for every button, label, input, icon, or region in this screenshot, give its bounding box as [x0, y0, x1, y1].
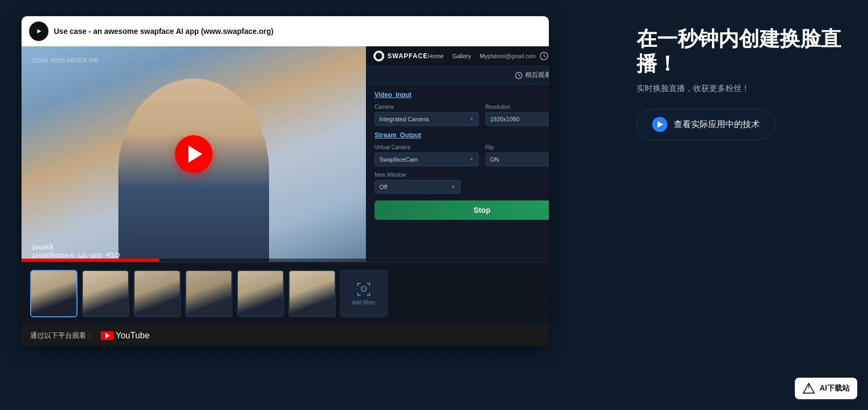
flip-label: Flip	[485, 144, 549, 150]
resolution-value: 1920x1080	[490, 116, 519, 122]
face-image-6	[290, 271, 335, 316]
progress-bar-container[interactable]	[22, 259, 366, 262]
camera-chevron: ▼	[469, 116, 474, 122]
app-actions: pfatorei@gmail.com	[488, 52, 549, 60]
face-scan-icon	[356, 282, 371, 297]
flip-value: ON	[490, 156, 499, 163]
watch-later-btn[interactable]: 稍后观看	[515, 71, 549, 80]
nav-gallery[interactable]: Gallery	[453, 53, 471, 59]
brand-name: SWAPFACE	[387, 52, 428, 60]
right-panel: 在一秒钟内创建换脸直播！ 实时换脸直播，收获更多粉丝！ 查看实际应用中的技术	[637, 27, 846, 140]
watch-later-label: 稍后观看	[525, 71, 549, 80]
badge-text: AI下载站	[820, 384, 850, 393]
virtual-camera-label: Virtual Camera	[375, 144, 479, 150]
virtual-camera-group: Virtual Camera SwapfaceCam ▼	[375, 144, 479, 166]
watch-on-label: 通过以下平台观看：	[30, 331, 93, 340]
video-watermark-2: OZP∩lnʇ∩ɹʇɹ∩ʌwoo/ʎlsueʇ	[32, 251, 120, 259]
main-subheadline: 实时换脸直播，收获更多粉丝！	[637, 84, 846, 94]
add-more-label: Add More	[352, 300, 375, 305]
svg-rect-16	[369, 283, 370, 286]
camera-group: Camera Integrated Camera ▼	[375, 104, 479, 126]
face-thumb-5[interactable]	[237, 270, 284, 317]
stop-button[interactable]: Stop	[375, 200, 549, 220]
svg-point-23	[365, 288, 366, 289]
new-window-label: New Window	[375, 172, 461, 178]
app-sharebar: 稍后观看 分享	[366, 66, 549, 85]
svg-point-1	[376, 53, 382, 59]
video-preview: COOL KIDS NEVER DIE ʎlsueʇ OZP∩lnʇ∩ɹʇɹ∩ʌ…	[22, 46, 366, 262]
progress-bar-fill	[22, 259, 159, 262]
svg-rect-20	[369, 293, 370, 296]
controls-content: Video_Input Camera Integrated Camera ▼ R…	[366, 85, 549, 262]
virtual-camera-value: SwapfaceCam	[379, 156, 418, 163]
flip-select[interactable]: ON ▼	[485, 152, 549, 166]
faces-row: Add More	[22, 262, 549, 325]
new-window-value: Off	[379, 184, 387, 190]
svg-line-12	[519, 75, 520, 77]
resolution-select[interactable]: 1920x1080 ▼	[485, 112, 549, 126]
video-watermark-1: ʎlsueʇ	[32, 243, 53, 251]
cta-play-icon	[652, 117, 667, 132]
youtube-header: Use case - an awesome swapface AI app (w…	[22, 16, 549, 46]
svg-line-4	[544, 56, 546, 57]
camera-select[interactable]: Integrated Camera ▼	[375, 112, 479, 126]
app-brand: SWAPFACE	[373, 51, 428, 61]
stream-output-title: Stream_Output	[375, 131, 549, 139]
face-thumb-4[interactable]	[185, 270, 232, 317]
bottom-badge: AI下载站	[795, 378, 857, 399]
camera-value: Integrated Camera	[379, 116, 429, 122]
new-window-chevron: ▼	[451, 184, 456, 190]
clock-icon	[540, 52, 548, 60]
flip-group: Flip ON ▼	[485, 144, 549, 166]
face-thumb-1[interactable]	[30, 270, 77, 317]
youtube-badge-text: YouTube	[116, 331, 150, 340]
youtube-badge[interactable]: YouTube	[101, 331, 150, 340]
new-window-group: New Window Off ▼	[375, 172, 461, 194]
background-text: COOL KIDS NEVER DIE	[32, 57, 98, 64]
resolution-label: Resolution	[485, 104, 549, 110]
play-button[interactable]	[175, 135, 213, 173]
add-more-button[interactable]: Add More	[340, 270, 387, 317]
svg-rect-14	[357, 283, 358, 286]
app-controls-panel: SWAPFACE Home Gallery My pfatorei@gmail.…	[366, 46, 549, 262]
new-window-row: New Window Off ▼	[375, 172, 549, 194]
svg-rect-18	[357, 293, 358, 296]
stream-output-row: Virtual Camera SwapfaceCam ▼ Flip ON ▼	[375, 144, 549, 166]
user-email: pfatorei@gmail.com	[488, 53, 535, 59]
app-topbar: SWAPFACE Home Gallery My pfatorei@gmail.…	[366, 46, 549, 66]
cta-button[interactable]: 查看实际应用中的技术	[637, 109, 775, 140]
nav-my[interactable]: My	[480, 53, 488, 59]
nav-home[interactable]: Home	[428, 53, 443, 59]
youtube-card: Use case - an awesome swapface AI app (w…	[22, 16, 549, 346]
video-container: COOL KIDS NEVER DIE ʎlsueʇ OZP∩lnʇ∩ɹʇɹ∩ʌ…	[22, 46, 549, 262]
video-input-row: Camera Integrated Camera ▼ Resolution 19…	[375, 104, 549, 126]
resolution-group: Resolution 1920x1080 ▼	[485, 104, 549, 126]
swapface-icon	[373, 51, 384, 61]
svg-point-22	[362, 288, 363, 289]
badge-triangle-icon	[802, 382, 815, 395]
left-panel: Use case - an awesome swapface AI app (w…	[22, 16, 549, 346]
video-bottombar: 通过以下平台观看： YouTube	[22, 325, 549, 346]
face-thumb-3[interactable]	[133, 270, 181, 317]
youtube-icon	[29, 22, 48, 41]
main-headline: 在一秒钟内创建换脸直播！	[637, 27, 846, 76]
youtube-small-icon	[101, 331, 114, 340]
app-nav: Home Gallery My	[428, 53, 488, 59]
new-window-select[interactable]: Off ▼	[375, 180, 461, 194]
virtual-camera-chevron: ▼	[469, 157, 474, 162]
clock-small-icon	[515, 72, 523, 79]
camera-label: Camera	[375, 104, 479, 110]
face-image-2	[83, 271, 128, 316]
virtual-camera-select[interactable]: SwapfaceCam ▼	[375, 152, 479, 166]
video-title: Use case - an awesome swapface AI app (w…	[54, 27, 541, 36]
face-image-3	[135, 271, 180, 316]
face-thumb-6[interactable]	[288, 270, 336, 317]
face-image-4	[186, 271, 231, 316]
face-image-5	[238, 271, 283, 316]
face-image-1	[31, 271, 76, 316]
cta-label: 查看实际应用中的技术	[674, 119, 760, 130]
badge-logo	[802, 382, 815, 395]
face-thumb-2[interactable]	[82, 270, 129, 317]
video-input-title: Video_Input	[375, 91, 549, 99]
